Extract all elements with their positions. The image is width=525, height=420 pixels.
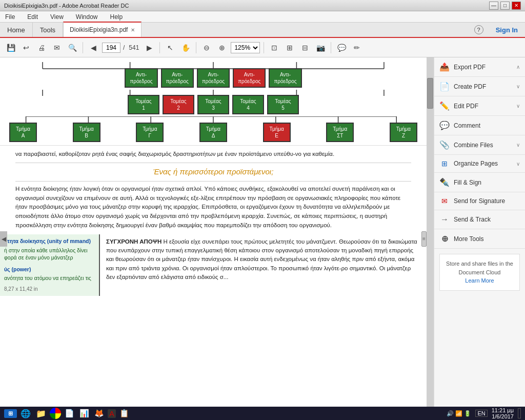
snapshot-button[interactable]: 📷 — [314, 41, 327, 54]
pan-tool[interactable]: ✋ — [179, 41, 192, 54]
menu-file[interactable]: File — [2, 12, 18, 22]
back-button[interactable]: ↩ — [19, 41, 33, 54]
sidebar-highlight-title1: ότητα διοίκησης (unity of mmand) — [4, 237, 95, 245]
taskbar-acrobat2[interactable]: A — [108, 409, 116, 418]
menu-help[interactable]: Help — [107, 12, 126, 22]
export-pdf-icon: 📤 — [439, 62, 450, 72]
left-panel-toggle[interactable]: ◀ — [0, 231, 7, 247]
taskbar-acrobat[interactable]: 📄 — [63, 409, 76, 418]
menu-edit[interactable]: Edit — [24, 12, 41, 22]
menu-window[interactable]: Window — [73, 12, 101, 22]
show-desktop[interactable] — [518, 408, 521, 418]
side-item-organize-pages[interactable]: ⊞ Organize Pages ∨ — [434, 155, 525, 173]
resize-handle[interactable]: ≡ — [421, 231, 427, 247]
org-box-vp2: Αντι-πρόεδρος — [161, 68, 194, 88]
sidebar-highlight-text2: ανότητα του ατόμου να επηρεάζει τις — [4, 274, 95, 282]
main-paragraph: Η ενότητα διοίκησης ήταν λογική όταν οι … — [15, 185, 411, 230]
org-box-t5: ΤμήμαΕ — [263, 123, 291, 142]
fit-page-button[interactable]: ⊡ — [268, 41, 281, 54]
page-sep: / — [122, 44, 126, 51]
zoom-out-button[interactable]: ⊖ — [200, 41, 213, 54]
menubar: File Edit View Window Help — [0, 11, 525, 23]
organize-pages-icon: ⊞ — [439, 159, 450, 168]
system-tray-icons: 🔊 📶 🔋 — [447, 410, 471, 417]
taskbar-folder[interactable]: 📁 — [34, 409, 48, 418]
section-title: Ένας ή περισσότεροι προϊστάμενοι; — [15, 163, 411, 182]
combine-files-label: Combine Files — [454, 142, 512, 149]
modern-view-header: ΣΥΓΧΡΟΝΗ ΑΠΟΨΗ — [106, 238, 161, 245]
side-item-fill-sign[interactable]: ✒️ Fill & Sign — [434, 173, 525, 192]
learn-more-link[interactable]: Learn More — [465, 277, 494, 284]
org-box-s1: Τομέας1 — [128, 95, 159, 114]
page-size-display: 8,27 x 11,42 in — [4, 286, 95, 293]
send-track-icon: → — [439, 215, 450, 224]
pdf-area[interactable]: ◀ Αντι-πρόεδρος Αντι-π — [0, 57, 434, 420]
start-button[interactable]: ⊞ — [4, 409, 17, 418]
toolbar: 💾 ↩ 🖨 ✉ 🔍 ◀ 194 / 541 ▶ ↖ ✋ ⊖ ⊕ 125% 100… — [0, 38, 525, 57]
titlebar: DioikisiEpixigia3n.pdf - Adobe Acrobat R… — [0, 0, 525, 11]
combine-files-icon: 📎 — [439, 140, 450, 150]
taskbar-firefox[interactable]: 🦊 — [93, 409, 106, 418]
cursor-tool[interactable]: ↖ — [164, 41, 177, 54]
help-icon: ? — [474, 25, 483, 34]
tab-tools[interactable]: Tools — [33, 23, 63, 37]
comment-toolbar-button[interactable]: 💬 — [335, 41, 348, 54]
sidebar-title1-text: ότητα διοίκησης (unity of mmand) — [4, 238, 91, 244]
side-item-create-pdf[interactable]: 📄 Create PDF ∨ — [434, 77, 525, 96]
save-button[interactable]: 💾 — [4, 41, 17, 54]
help-button[interactable]: ? — [469, 23, 489, 37]
side-item-export-pdf[interactable]: 📤 Export PDF ∧ — [434, 57, 525, 77]
taskbar-powerpoint[interactable]: 📊 — [78, 409, 91, 418]
more-tools-label: More Tools — [454, 235, 520, 243]
cloud-promo: Store and share files in the Document Cl… — [439, 254, 520, 291]
org-box-t6: ΤμήμαΣΤ — [326, 123, 354, 142]
combine-files-chevron: ∨ — [516, 142, 520, 148]
menu-view[interactable]: View — [47, 12, 67, 22]
zoom-select[interactable]: 125% 100% 150% 75% — [231, 42, 260, 53]
titlebar-controls: — □ ✕ — [489, 2, 521, 10]
side-item-more-tools[interactable]: ⊕ More Tools — [434, 229, 525, 249]
side-item-comment[interactable]: 💬 Comment — [434, 116, 525, 135]
prev-page-button[interactable]: ◀ — [87, 41, 100, 54]
pencil-button[interactable]: ✏ — [350, 41, 364, 54]
intro-paragraph: να παραβιαστεί, καθορίζοταν ρητά ένας σα… — [15, 150, 411, 158]
close-button[interactable]: ✕ — [512, 2, 521, 10]
minimize-button[interactable]: — — [489, 2, 498, 10]
signin-button[interactable]: Sign In — [489, 23, 525, 37]
org-box-vp4: Αντι-πρόεδρος — [233, 68, 266, 88]
org-box-vp1: Αντι-πρόεδρος — [125, 68, 157, 88]
side-item-edit-pdf[interactable]: ✏️ Edit PDF ∨ — [434, 96, 525, 116]
fill-sign-icon: ✒️ — [439, 177, 450, 187]
taskbar-chrome[interactable] — [50, 408, 61, 419]
main-area: ◀ Αντι-πρόεδρος Αντι-π — [0, 57, 525, 420]
create-pdf-chevron: ∨ — [516, 84, 520, 89]
maximize-button[interactable]: □ — [500, 2, 510, 10]
find-button[interactable]: 🔍 — [66, 41, 79, 54]
tab-home[interactable]: Home — [0, 23, 33, 37]
tab-document[interactable]: DioikisiEpixigia3n.pdf ✕ — [63, 22, 142, 37]
page-total: 541 — [127, 44, 140, 51]
sidebar-title2-text: ύς (power) — [4, 266, 31, 272]
signin-label: Sign In — [496, 26, 518, 34]
print-button[interactable]: 🖨 — [35, 41, 48, 54]
side-item-send-track[interactable]: → Send & Track — [434, 210, 525, 229]
org-level-2: Τομέας1 Τομέας2 Τομέας3 Τομέας4 Τομέας5 — [5, 95, 421, 114]
tab-close-button[interactable]: ✕ — [131, 27, 135, 33]
export-pdf-label: Export PDF — [454, 64, 512, 71]
pdf-scrollbar[interactable] — [427, 57, 434, 420]
fit-width-button[interactable]: ⊞ — [283, 41, 296, 54]
edit-pdf-icon: ✏️ — [439, 101, 450, 111]
toolbar-sep5 — [331, 42, 331, 53]
email-button[interactable]: ✉ — [50, 41, 64, 54]
next-page-button[interactable]: ▶ — [143, 41, 156, 54]
zoom-in-button[interactable]: ⊕ — [215, 41, 229, 54]
taskbar-ie[interactable]: 🌐 — [19, 409, 32, 418]
page-number-input[interactable]: 194 — [102, 43, 120, 53]
side-item-combine-files[interactable]: 📎 Combine Files ∨ — [434, 135, 525, 155]
side-item-send-signature[interactable]: ✉ Send for Signature — [434, 192, 525, 210]
view-mode-button[interactable]: ⊟ — [298, 41, 312, 54]
scroll-thumb[interactable] — [427, 78, 433, 109]
toolbar-sep4 — [264, 42, 264, 53]
page-nav: 194 / 541 — [102, 43, 140, 53]
taskbar-misc[interactable]: 📋 — [118, 409, 131, 418]
